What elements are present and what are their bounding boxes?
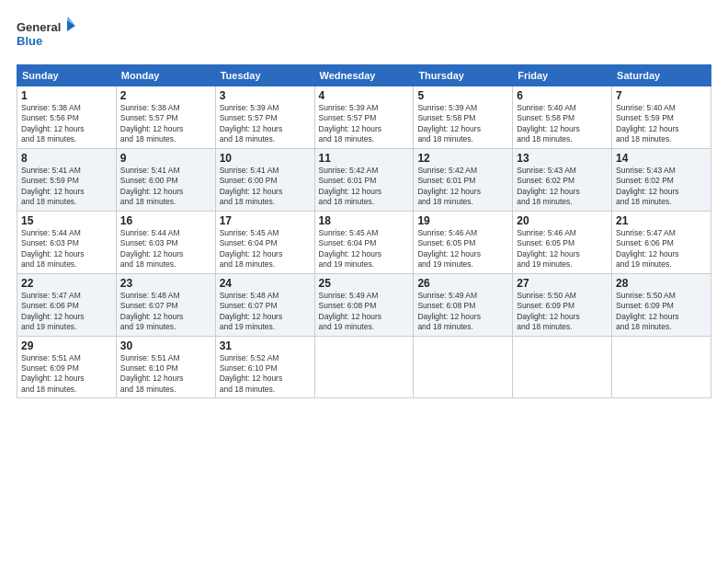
calendar-week-row: 22Sunrise: 5:47 AM Sunset: 6:06 PM Dayli… bbox=[17, 273, 711, 336]
day-info: Sunrise: 5:51 AM Sunset: 6:09 PM Dayligh… bbox=[21, 353, 112, 396]
day-info: Sunrise: 5:45 AM Sunset: 6:04 PM Dayligh… bbox=[319, 228, 410, 270]
day-number: 20 bbox=[517, 214, 608, 227]
day-number: 17 bbox=[220, 214, 311, 227]
calendar-cell: 12Sunrise: 5:42 AM Sunset: 6:01 PM Dayli… bbox=[414, 148, 513, 211]
calendar-day-header: Monday bbox=[116, 65, 215, 86]
logo-svg: General Blue bbox=[17, 17, 76, 55]
day-info: Sunrise: 5:46 AM Sunset: 6:05 PM Dayligh… bbox=[517, 228, 608, 270]
day-info: Sunrise: 5:50 AM Sunset: 6:09 PM Dayligh… bbox=[616, 291, 707, 333]
day-info: Sunrise: 5:40 AM Sunset: 5:59 PM Dayligh… bbox=[616, 103, 707, 145]
calendar-cell: 9Sunrise: 5:41 AM Sunset: 6:00 PM Daylig… bbox=[116, 148, 215, 211]
logo: General Blue bbox=[17, 17, 76, 55]
day-number: 26 bbox=[417, 277, 508, 290]
day-info: Sunrise: 5:47 AM Sunset: 6:06 PM Dayligh… bbox=[21, 291, 112, 333]
calendar-cell: 21Sunrise: 5:47 AM Sunset: 6:06 PM Dayli… bbox=[612, 211, 711, 273]
day-info: Sunrise: 5:39 AM Sunset: 5:57 PM Dayligh… bbox=[319, 103, 410, 145]
calendar-header-row: SundayMondayTuesdayWednesdayThursdayFrid… bbox=[17, 65, 711, 86]
calendar-cell bbox=[414, 336, 513, 398]
day-number: 14 bbox=[616, 152, 707, 165]
day-info: Sunrise: 5:41 AM Sunset: 6:00 PM Dayligh… bbox=[220, 166, 311, 208]
day-number: 1 bbox=[21, 89, 112, 102]
calendar-cell: 3Sunrise: 5:39 AM Sunset: 5:57 PM Daylig… bbox=[215, 86, 314, 149]
day-number: 18 bbox=[319, 214, 410, 227]
day-info: Sunrise: 5:52 AM Sunset: 6:10 PM Dayligh… bbox=[220, 353, 311, 396]
day-info: Sunrise: 5:43 AM Sunset: 6:02 PM Dayligh… bbox=[616, 166, 707, 208]
page-header: General Blue bbox=[17, 17, 711, 55]
day-info: Sunrise: 5:41 AM Sunset: 5:59 PM Dayligh… bbox=[21, 166, 112, 208]
day-number: 27 bbox=[517, 277, 608, 290]
day-info: Sunrise: 5:38 AM Sunset: 5:57 PM Dayligh… bbox=[120, 103, 211, 145]
calendar-day-header: Sunday bbox=[17, 65, 117, 86]
calendar-cell: 20Sunrise: 5:46 AM Sunset: 6:05 PM Dayli… bbox=[513, 211, 612, 273]
calendar-week-row: 15Sunrise: 5:44 AM Sunset: 6:03 PM Dayli… bbox=[17, 211, 711, 273]
calendar-cell: 29Sunrise: 5:51 AM Sunset: 6:09 PM Dayli… bbox=[17, 336, 117, 398]
day-number: 3 bbox=[220, 89, 311, 102]
calendar-cell: 17Sunrise: 5:45 AM Sunset: 6:04 PM Dayli… bbox=[215, 211, 314, 273]
day-number: 19 bbox=[417, 214, 508, 227]
day-info: Sunrise: 5:39 AM Sunset: 5:58 PM Dayligh… bbox=[417, 103, 508, 145]
day-info: Sunrise: 5:39 AM Sunset: 5:57 PM Dayligh… bbox=[220, 103, 311, 145]
day-info: Sunrise: 5:45 AM Sunset: 6:04 PM Dayligh… bbox=[220, 228, 311, 270]
svg-text:Blue: Blue bbox=[17, 34, 42, 48]
day-info: Sunrise: 5:44 AM Sunset: 6:03 PM Dayligh… bbox=[21, 228, 112, 270]
day-number: 8 bbox=[21, 152, 112, 165]
day-number: 30 bbox=[120, 339, 211, 352]
day-number: 11 bbox=[319, 152, 410, 165]
day-number: 21 bbox=[616, 214, 707, 227]
day-info: Sunrise: 5:42 AM Sunset: 6:01 PM Dayligh… bbox=[319, 166, 410, 208]
calendar-cell: 8Sunrise: 5:41 AM Sunset: 5:59 PM Daylig… bbox=[17, 148, 117, 211]
calendar-day-header: Tuesday bbox=[215, 65, 314, 86]
day-number: 10 bbox=[220, 152, 311, 165]
calendar-cell: 10Sunrise: 5:41 AM Sunset: 6:00 PM Dayli… bbox=[215, 148, 314, 211]
day-info: Sunrise: 5:49 AM Sunset: 6:08 PM Dayligh… bbox=[319, 291, 410, 333]
day-info: Sunrise: 5:40 AM Sunset: 5:58 PM Dayligh… bbox=[517, 103, 608, 145]
day-number: 13 bbox=[517, 152, 608, 165]
calendar-cell: 7Sunrise: 5:40 AM Sunset: 5:59 PM Daylig… bbox=[612, 86, 711, 149]
calendar-cell: 22Sunrise: 5:47 AM Sunset: 6:06 PM Dayli… bbox=[17, 273, 117, 336]
day-info: Sunrise: 5:48 AM Sunset: 6:07 PM Dayligh… bbox=[220, 291, 311, 333]
day-info: Sunrise: 5:41 AM Sunset: 6:00 PM Dayligh… bbox=[120, 166, 211, 208]
day-info: Sunrise: 5:42 AM Sunset: 6:01 PM Dayligh… bbox=[417, 166, 508, 208]
calendar-table: SundayMondayTuesdayWednesdayThursdayFrid… bbox=[17, 64, 711, 398]
calendar-cell: 23Sunrise: 5:48 AM Sunset: 6:07 PM Dayli… bbox=[116, 273, 215, 336]
calendar-cell: 16Sunrise: 5:44 AM Sunset: 6:03 PM Dayli… bbox=[116, 211, 215, 273]
day-number: 28 bbox=[616, 277, 707, 290]
day-number: 29 bbox=[21, 339, 112, 352]
calendar-cell: 2Sunrise: 5:38 AM Sunset: 5:57 PM Daylig… bbox=[116, 86, 215, 149]
calendar-cell: 15Sunrise: 5:44 AM Sunset: 6:03 PM Dayli… bbox=[17, 211, 117, 273]
day-number: 24 bbox=[220, 277, 311, 290]
day-info: Sunrise: 5:38 AM Sunset: 5:56 PM Dayligh… bbox=[21, 103, 112, 145]
calendar-cell: 1Sunrise: 5:38 AM Sunset: 5:56 PM Daylig… bbox=[17, 86, 117, 149]
calendar-day-header: Friday bbox=[513, 65, 612, 86]
day-info: Sunrise: 5:46 AM Sunset: 6:05 PM Dayligh… bbox=[417, 228, 508, 270]
calendar-cell: 5Sunrise: 5:39 AM Sunset: 5:58 PM Daylig… bbox=[414, 86, 513, 149]
calendar-cell: 31Sunrise: 5:52 AM Sunset: 6:10 PM Dayli… bbox=[215, 336, 314, 398]
calendar-cell: 18Sunrise: 5:45 AM Sunset: 6:04 PM Dayli… bbox=[314, 211, 414, 273]
calendar-cell bbox=[513, 336, 612, 398]
calendar-cell: 14Sunrise: 5:43 AM Sunset: 6:02 PM Dayli… bbox=[612, 148, 711, 211]
calendar-body: 1Sunrise: 5:38 AM Sunset: 5:56 PM Daylig… bbox=[17, 86, 711, 398]
calendar-cell: 26Sunrise: 5:49 AM Sunset: 6:08 PM Dayli… bbox=[414, 273, 513, 336]
calendar-cell: 4Sunrise: 5:39 AM Sunset: 5:57 PM Daylig… bbox=[314, 86, 414, 149]
day-info: Sunrise: 5:51 AM Sunset: 6:10 PM Dayligh… bbox=[120, 353, 211, 396]
day-number: 2 bbox=[120, 89, 211, 102]
calendar-cell: 24Sunrise: 5:48 AM Sunset: 6:07 PM Dayli… bbox=[215, 273, 314, 336]
day-number: 5 bbox=[417, 89, 508, 102]
calendar-cell bbox=[612, 336, 711, 398]
day-info: Sunrise: 5:44 AM Sunset: 6:03 PM Dayligh… bbox=[120, 228, 211, 270]
calendar-cell: 25Sunrise: 5:49 AM Sunset: 6:08 PM Dayli… bbox=[314, 273, 414, 336]
calendar-cell: 13Sunrise: 5:43 AM Sunset: 6:02 PM Dayli… bbox=[513, 148, 612, 211]
day-number: 9 bbox=[120, 152, 211, 165]
day-number: 23 bbox=[120, 277, 211, 290]
day-number: 25 bbox=[319, 277, 410, 290]
calendar-week-row: 1Sunrise: 5:38 AM Sunset: 5:56 PM Daylig… bbox=[17, 86, 711, 149]
calendar-cell: 11Sunrise: 5:42 AM Sunset: 6:01 PM Dayli… bbox=[314, 148, 414, 211]
calendar-day-header: Saturday bbox=[612, 65, 711, 86]
day-number: 16 bbox=[120, 214, 211, 227]
svg-text:General: General bbox=[17, 20, 61, 34]
day-info: Sunrise: 5:49 AM Sunset: 6:08 PM Dayligh… bbox=[417, 291, 508, 333]
day-info: Sunrise: 5:48 AM Sunset: 6:07 PM Dayligh… bbox=[120, 291, 211, 333]
calendar-cell: 28Sunrise: 5:50 AM Sunset: 6:09 PM Dayli… bbox=[612, 273, 711, 336]
calendar-week-row: 8Sunrise: 5:41 AM Sunset: 5:59 PM Daylig… bbox=[17, 148, 711, 211]
calendar-cell: 6Sunrise: 5:40 AM Sunset: 5:58 PM Daylig… bbox=[513, 86, 612, 149]
